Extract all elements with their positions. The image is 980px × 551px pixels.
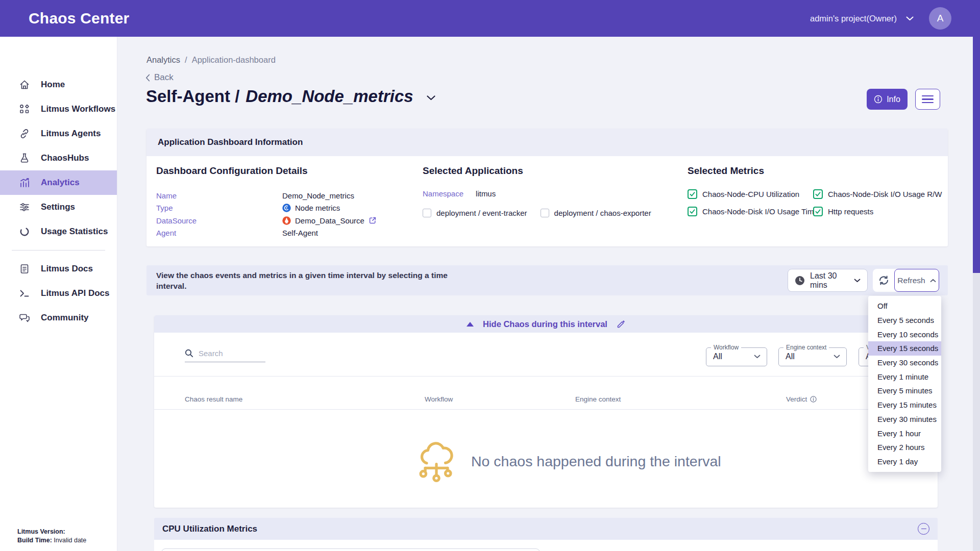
checkbox-checked-icon — [813, 189, 823, 199]
menu-item-every-1-hour[interactable]: Every 1 hour — [868, 426, 941, 440]
scrollbar-thumb[interactable] — [973, 0, 980, 273]
sidebar-nav: Home Litmus Workflows Litmus Agents Chao… — [0, 37, 117, 244]
sidebar-item-chaoshubs[interactable]: ChaosHubs — [0, 146, 117, 170]
menu-item-every-15-seconds[interactable]: Every 15 seconds — [868, 341, 941, 356]
sidebar-item-home[interactable]: Home — [0, 72, 117, 97]
config-title: Dashboard Configuration Details — [156, 165, 377, 177]
type-value: Node metrics — [295, 204, 340, 212]
info-button[interactable]: Info — [867, 89, 908, 110]
menu-item-every-15-minutes[interactable]: Every 15 minutes — [868, 398, 941, 412]
sidebar-item-label: Litmus API Docs — [41, 288, 109, 298]
build-time-value: Invalid date — [54, 537, 86, 544]
sidebar-item-label: Litmus Docs — [41, 264, 93, 274]
sidebar-item-analytics[interactable]: Analytics — [0, 170, 117, 195]
metric-disk-io-times[interactable]: Chaos-Node-Disk I/O Usage Times — [688, 207, 813, 216]
metrics-grid: Chaos-Node-CPU Utilization Chaos-Node-Di… — [688, 189, 942, 216]
title-row: Self-Agent /Demo_Node_metrics — [146, 87, 435, 106]
config-label: Agent — [156, 229, 282, 237]
metric-cpu-utilization[interactable]: Chaos-Node-CPU Utilization — [688, 189, 813, 199]
menu-item-every-10-seconds[interactable]: Every 10 seconds — [868, 327, 941, 341]
time-range-value: Last 30 mins — [810, 271, 849, 290]
sidebar-item-label: Settings — [41, 202, 75, 212]
checkbox-event-tracker[interactable]: deployment / event-tracker — [423, 209, 527, 217]
collapse-minus-button[interactable] — [918, 523, 929, 535]
config-label: DataSource — [156, 216, 282, 225]
engine-context-filter-value: All — [786, 352, 795, 361]
docs-icon — [18, 263, 30, 275]
metric-disk-io-rw[interactable]: Chaos-Node-Disk I/O Usage R/W — [813, 189, 942, 199]
cpu-utilization-section-header: CPU Utilization Metrics — [154, 518, 938, 540]
info-circle-icon[interactable] — [810, 396, 817, 403]
scrollbar-track[interactable] — [973, 0, 980, 551]
application-dashboard-info-card: Application Dashboard Information Dashbo… — [146, 129, 948, 246]
menu-item-every-30-minutes[interactable]: Every 30 minutes — [868, 412, 941, 427]
edit-pencil-icon[interactable] — [617, 320, 625, 329]
version-info: Litmus Version: Build Time: Invalid date — [17, 528, 86, 545]
chevron-up-icon — [930, 279, 936, 283]
hide-chaos-label: Hide Chaos during this interval — [483, 319, 607, 329]
checkbox-checked-icon — [688, 207, 697, 216]
menu-item-every-5-minutes[interactable]: Every 5 minutes — [868, 384, 941, 398]
community-icon — [18, 312, 30, 324]
chevron-down-icon[interactable] — [906, 16, 914, 21]
sidebar-item-settings[interactable]: Settings — [0, 195, 117, 219]
datasource-value: Demo_Data_Source — [295, 216, 364, 225]
menu-item-off[interactable]: Off — [868, 299, 941, 313]
back-button[interactable]: Back — [145, 72, 174, 83]
sidebar-item-litmus-docs[interactable]: Litmus Docs — [0, 257, 117, 281]
sidebar-item-label: Analytics — [41, 178, 80, 188]
chevron-down-icon — [854, 279, 861, 283]
column-verdict: Verdict — [786, 395, 817, 403]
sidebar-item-litmus-agents[interactable]: Litmus Agents — [0, 121, 117, 146]
engine-context-filter[interactable]: Engine context All — [778, 344, 847, 366]
clock-icon — [795, 276, 805, 286]
menu-item-every-1-day[interactable]: Every 1 day — [868, 455, 941, 469]
hide-chaos-toggle[interactable]: Hide Chaos during this interval — [154, 315, 938, 333]
menu-item-every-2-hours[interactable]: Every 2 hours — [868, 440, 941, 455]
sidebar-item-litmus-workflows[interactable]: Litmus Workflows — [0, 97, 117, 121]
triangle-up-icon — [467, 322, 474, 327]
page-title: Self-Agent /Demo_Node_metrics — [146, 87, 413, 106]
application-checkboxes: deployment / event-tracker deployment / … — [423, 209, 651, 217]
dashboard-switcher-chevron-icon[interactable] — [427, 92, 435, 101]
divider — [154, 409, 938, 410]
refresh-rate-button[interactable]: Refresh — [894, 269, 939, 292]
config-value: Self-Agent — [282, 229, 318, 237]
cloud-network-icon — [417, 437, 456, 486]
settings-icon — [18, 202, 30, 213]
cpu-section-title: CPU Utilization Metrics — [162, 524, 918, 534]
chaoshubs-icon — [18, 153, 30, 164]
sidebar: Home Litmus Workflows Litmus Agents Chao… — [0, 37, 117, 551]
interval-description: View the chaos events and metrics in a g… — [156, 270, 462, 291]
checkbox-label: deployment / event-tracker — [436, 209, 527, 217]
metric-http-requests[interactable]: Http requests — [813, 207, 942, 216]
menu-item-every-5-seconds[interactable]: Every 5 seconds — [868, 313, 941, 328]
agents-icon — [18, 128, 30, 140]
breadcrumb-analytics[interactable]: Analytics — [146, 55, 180, 65]
checkbox-chaos-exporter[interactable]: deployment / chaos-exporter — [541, 209, 651, 217]
column-chaos-result-name: Chaos result name — [185, 395, 242, 403]
menu-item-every-1-minute[interactable]: Every 1 minute — [868, 369, 941, 384]
sidebar-item-community[interactable]: Community — [0, 306, 117, 330]
time-range-select[interactable]: Last 30 mins — [788, 269, 868, 292]
workflow-filter-label: Workflow — [711, 344, 741, 351]
search-input[interactable] — [199, 349, 258, 358]
config-label: Type — [156, 204, 282, 212]
sidebar-item-usage-statistics[interactable]: Usage Statistics — [0, 219, 117, 244]
project-selector-label[interactable]: admin's project(Owner) — [810, 14, 897, 23]
title-agent: Self-Agent / — [146, 87, 239, 106]
workflow-filter[interactable]: Workflow All — [706, 344, 767, 366]
menu-item-every-30-seconds[interactable]: Every 30 seconds — [868, 356, 941, 370]
metric-label: Chaos-Node-Disk I/O Usage Times — [702, 207, 822, 216]
engine-context-filter-label: Engine context — [783, 344, 829, 351]
sidebar-item-litmus-api-docs[interactable]: Litmus API Docs — [0, 281, 117, 306]
external-link-icon[interactable] — [369, 216, 377, 224]
build-time-label: Build Time: — [17, 537, 52, 544]
namespace-row: Namespace litmus — [423, 189, 651, 198]
dashboard-options-button[interactable] — [915, 89, 940, 110]
refresh-icon[interactable] — [873, 274, 894, 287]
avatar[interactable]: A — [929, 7, 951, 30]
column-verdict-label: Verdict — [786, 395, 807, 403]
chevron-down-icon — [834, 355, 840, 359]
column-workflow: Workflow — [425, 395, 453, 403]
